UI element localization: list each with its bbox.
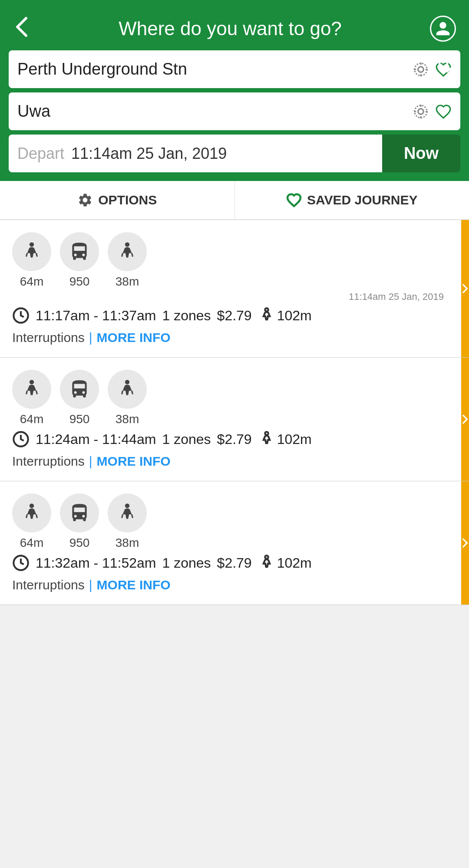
- search-area: Perth Underground Stn Uw: [0, 50, 469, 181]
- options-bar: OPTIONS SAVED JOURNEY: [0, 181, 469, 220]
- swap-icon: [434, 56, 452, 75]
- svg-point-2: [418, 108, 424, 114]
- origin-row: Perth Underground Stn: [9, 50, 460, 88]
- interruptions-row: Interruptions | MORE INFO: [12, 578, 457, 592]
- depart-label: Depart: [17, 145, 64, 163]
- back-button[interactable]: [13, 16, 30, 41]
- transport-label: 950: [69, 412, 90, 426]
- transport-item: 64m: [12, 370, 51, 426]
- destination-row: Uwa: [9, 92, 460, 130]
- transport-row: 64m 950 38m: [12, 232, 457, 289]
- options-label: OPTIONS: [98, 193, 157, 207]
- transport-item: 950: [60, 232, 99, 289]
- walk-info: 102m: [258, 554, 312, 572]
- price: $2.79: [217, 431, 252, 447]
- walk-info: 102m: [258, 307, 312, 324]
- transport-label: 38m: [116, 412, 139, 426]
- transport-label: 38m: [116, 275, 139, 289]
- transport-item: 38m: [108, 493, 147, 550]
- time-row: 11:24am - 11:44am 1 zones $2.79 102m: [12, 431, 457, 448]
- journey-card[interactable]: 64m 950 38m 11:32am - 11:52am 1 zones $2…: [0, 481, 469, 605]
- transport-circle: [12, 232, 51, 271]
- separator: |: [89, 454, 92, 469]
- origin-value: Perth Underground Stn: [17, 60, 187, 79]
- header: Where do you want to go?: [0, 0, 469, 50]
- walk-distance: 102m: [277, 431, 312, 447]
- svg-point-8: [30, 380, 34, 384]
- transport-circle: [108, 493, 147, 533]
- saved-journey-tab[interactable]: SAVED JOURNEY: [235, 181, 469, 219]
- more-info-link[interactable]: MORE INFO: [97, 454, 171, 469]
- favorite-dest-icon[interactable]: [435, 103, 452, 120]
- gps-dest-icon: [413, 103, 429, 120]
- transport-label: 950: [69, 536, 90, 550]
- transport-circle: [12, 493, 51, 533]
- transport-item: 950: [60, 493, 99, 550]
- transport-circle: [108, 232, 147, 271]
- time-range: 11:32am - 11:52am: [36, 555, 156, 571]
- transport-row: 64m 950 38m: [12, 370, 457, 426]
- transport-circle: [60, 232, 99, 271]
- datetime-value: 11:14am 25 Jan, 2019: [71, 145, 227, 163]
- svg-point-0: [418, 66, 424, 72]
- svg-point-3: [415, 105, 427, 118]
- time-range: 11:24am - 11:44am: [36, 431, 156, 447]
- walk-distance: 102m: [277, 308, 312, 324]
- svg-point-11: [265, 432, 268, 435]
- separator: |: [89, 330, 92, 345]
- interruptions-text: Interruptions: [12, 454, 85, 469]
- svg-point-9: [125, 380, 129, 384]
- transport-item: 38m: [108, 370, 147, 426]
- transport-label: 64m: [20, 275, 43, 289]
- transport-row: 64m 950 38m: [12, 493, 457, 550]
- more-info-link[interactable]: MORE INFO: [97, 578, 171, 592]
- svg-point-5: [125, 242, 129, 247]
- swap-button[interactable]: [431, 55, 456, 76]
- svg-point-13: [125, 503, 129, 508]
- side-indicator[interactable]: [461, 358, 469, 481]
- transport-circle: [12, 370, 51, 409]
- results-list: 64m 950 38m 11:14am 25 Jan, 2019 11:17am…: [0, 220, 469, 605]
- walk-info: 102m: [258, 431, 312, 448]
- now-button[interactable]: Now: [382, 135, 460, 172]
- journey-timestamp: 11:14am 25 Jan, 2019: [12, 291, 457, 302]
- zones: 1 zones: [162, 308, 211, 324]
- options-tab[interactable]: OPTIONS: [0, 181, 235, 219]
- destination-value: Uwa: [17, 102, 50, 121]
- zones: 1 zones: [162, 555, 211, 571]
- depart-input[interactable]: Depart 11:14am 25 Jan, 2019: [9, 135, 382, 172]
- transport-item: 38m: [108, 232, 147, 289]
- destination-input[interactable]: Uwa: [9, 92, 460, 130]
- interruptions-row: Interruptions | MORE INFO: [12, 454, 457, 469]
- journey-card[interactable]: 64m 950 38m 11:14am 25 Jan, 2019 11:17am…: [0, 220, 469, 358]
- svg-point-15: [265, 556, 268, 559]
- more-info-link[interactable]: MORE INFO: [97, 330, 171, 345]
- price: $2.79: [217, 308, 252, 324]
- origin-input[interactable]: Perth Underground Stn: [9, 50, 460, 88]
- time-row: 11:32am - 11:52am 1 zones $2.79 102m: [12, 554, 457, 572]
- transport-circle: [108, 370, 147, 409]
- gps-icon: [413, 61, 429, 78]
- saved-journey-label: SAVED JOURNEY: [307, 193, 418, 207]
- profile-button[interactable]: [430, 16, 456, 42]
- transport-circle: [60, 370, 99, 409]
- heart-tab-icon: [286, 192, 302, 208]
- date-row: Depart 11:14am 25 Jan, 2019 Now: [9, 135, 460, 172]
- side-indicator[interactable]: [461, 220, 469, 357]
- svg-point-7: [265, 308, 268, 311]
- svg-point-12: [30, 503, 34, 508]
- transport-label: 64m: [20, 536, 43, 550]
- transport-item: 64m: [12, 232, 51, 289]
- svg-point-4: [30, 242, 34, 247]
- separator: |: [89, 578, 92, 592]
- page-title: Where do you want to go?: [30, 18, 430, 39]
- transport-item: 950: [60, 370, 99, 426]
- price: $2.79: [217, 555, 252, 571]
- journey-card[interactable]: 64m 950 38m 11:24am - 11:44am 1 zones $2…: [0, 358, 469, 481]
- zones: 1 zones: [162, 431, 211, 447]
- interruptions-row: Interruptions | MORE INFO: [12, 330, 457, 345]
- time-row: 11:17am - 11:37am 1 zones $2.79 102m: [12, 307, 457, 324]
- transport-item: 64m: [12, 493, 51, 550]
- interruptions-text: Interruptions: [12, 330, 85, 345]
- side-indicator[interactable]: [461, 481, 469, 605]
